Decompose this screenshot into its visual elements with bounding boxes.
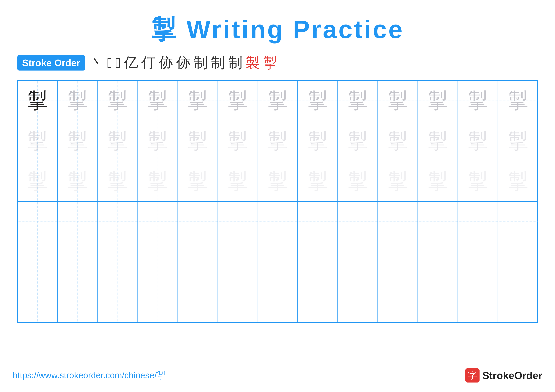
grid-cell[interactable]	[298, 242, 338, 282]
grid-cell[interactable]: 掣	[378, 81, 418, 121]
grid-cell[interactable]	[18, 242, 58, 282]
grid-cell[interactable]: 掣	[418, 161, 458, 201]
grid-cell[interactable]: 掣	[58, 161, 98, 201]
grid-cell[interactable]	[298, 282, 338, 322]
grid-row-4	[18, 202, 537, 242]
stroke-10: 制	[228, 53, 242, 72]
grid-cell[interactable]	[218, 202, 258, 242]
grid-cell[interactable]: 掣	[178, 161, 218, 201]
grid-cell[interactable]: 掣	[298, 161, 338, 201]
grid-cell[interactable]	[418, 242, 458, 282]
logo-icon: 字	[465, 368, 480, 383]
grid-cell[interactable]	[178, 202, 218, 242]
grid-row-1: 掣 掣 掣 掣 掣 掣 掣 掣 掣 掣 掣 掣 掣	[18, 81, 537, 121]
grid-cell[interactable]	[458, 202, 498, 242]
grid-cell[interactable]	[498, 202, 538, 242]
grid-cell[interactable]	[298, 202, 338, 242]
footer: https://www.strokeorder.com/chinese/掣 字 …	[13, 368, 542, 383]
grid-cell[interactable]	[58, 282, 98, 322]
grid-cell[interactable]: 掣	[338, 81, 378, 121]
grid-cell[interactable]: 掣	[178, 81, 218, 121]
grid-cell[interactable]: 掣	[338, 121, 378, 161]
grid-cell[interactable]	[498, 282, 538, 322]
grid-cell[interactable]: 掣	[258, 81, 298, 121]
grid-cell[interactable]	[458, 282, 498, 322]
stroke-12: 掣	[263, 53, 277, 72]
grid-cell[interactable]	[218, 242, 258, 282]
grid-cell[interactable]: 掣	[458, 81, 498, 121]
stroke-order-row: Stroke Order 丶 𠃌 𠃍 亿 仃 㑊 㑊 制 制 制 製 掣	[13, 53, 542, 72]
grid-cell[interactable]	[258, 282, 298, 322]
grid-cell[interactable]	[418, 282, 458, 322]
stroke-1: 丶	[90, 53, 104, 72]
grid-cell[interactable]	[98, 202, 138, 242]
grid-cell[interactable]	[378, 282, 418, 322]
grid-cell[interactable]: 掣	[138, 121, 178, 161]
grid-cell[interactable]: 掣	[18, 81, 58, 121]
grid-cell[interactable]	[338, 242, 378, 282]
grid-cell[interactable]	[18, 202, 58, 242]
grid-cell[interactable]: 掣	[218, 161, 258, 201]
grid-cell[interactable]: 掣	[138, 161, 178, 201]
stroke-order-badge: Stroke Order	[17, 55, 85, 71]
grid-cell[interactable]: 掣	[418, 81, 458, 121]
stroke-6: 㑊	[159, 53, 173, 72]
grid-cell[interactable]: 掣	[18, 121, 58, 161]
grid-cell[interactable]	[258, 202, 298, 242]
stroke-4: 亿	[124, 53, 138, 72]
grid-cell[interactable]	[338, 202, 378, 242]
grid-cell[interactable]: 掣	[378, 121, 418, 161]
grid-cell[interactable]	[138, 242, 178, 282]
grid-cell[interactable]: 掣	[298, 121, 338, 161]
grid-cell[interactable]	[378, 202, 418, 242]
grid-cell[interactable]: 掣	[378, 161, 418, 201]
grid-cell[interactable]	[178, 242, 218, 282]
grid-row-3: 掣 掣 掣 掣 掣 掣 掣 掣 掣 掣 掣 掣 掣	[18, 161, 537, 202]
grid-cell[interactable]: 掣	[58, 81, 98, 121]
grid-cell[interactable]	[418, 202, 458, 242]
grid-cell[interactable]	[258, 242, 298, 282]
grid-cell[interactable]	[138, 282, 178, 322]
grid-cell[interactable]: 掣	[458, 121, 498, 161]
grid-cell[interactable]: 掣	[338, 161, 378, 201]
page: 掣 Writing Practice Stroke Order 丶 𠃌 𠃍 亿 …	[0, 0, 555, 392]
grid-cell[interactable]	[18, 282, 58, 322]
grid-cell[interactable]: 掣	[498, 161, 538, 201]
grid-cell[interactable]: 掣	[418, 121, 458, 161]
grid-cell[interactable]: 掣	[258, 161, 298, 201]
grid-cell[interactable]: 掣	[98, 121, 138, 161]
grid-cell[interactable]: 掣	[258, 121, 298, 161]
grid-cell[interactable]	[58, 202, 98, 242]
stroke-5: 仃	[141, 53, 155, 72]
stroke-sequence: 丶 𠃌 𠃍 亿 仃 㑊 㑊 制 制 制 製 掣	[90, 53, 277, 72]
stroke-9: 制	[211, 53, 225, 72]
grid-cell[interactable]	[218, 282, 258, 322]
grid-cell[interactable]	[378, 242, 418, 282]
grid-row-6	[18, 282, 537, 322]
grid-cell[interactable]: 掣	[458, 161, 498, 201]
grid-cell[interactable]: 掣	[58, 121, 98, 161]
grid-cell[interactable]: 掣	[498, 121, 538, 161]
grid-cell[interactable]: 掣	[138, 81, 178, 121]
grid-cell[interactable]: 掣	[98, 161, 138, 201]
grid-cell[interactable]: 掣	[498, 81, 538, 121]
grid-cell[interactable]	[178, 282, 218, 322]
grid-cell[interactable]	[338, 282, 378, 322]
grid-cell[interactable]	[138, 202, 178, 242]
grid-cell[interactable]	[458, 242, 498, 282]
grid-cell[interactable]: 掣	[18, 161, 58, 201]
grid-cell[interactable]	[498, 242, 538, 282]
grid-cell[interactable]: 掣	[178, 121, 218, 161]
grid-cell[interactable]	[58, 242, 98, 282]
stroke-3: 𠃍	[116, 55, 121, 71]
grid-cell[interactable]	[98, 242, 138, 282]
grid-cell[interactable]: 掣	[218, 81, 258, 121]
grid-cell[interactable]: 掣	[98, 81, 138, 121]
logo-text: StrokeOrder	[482, 370, 542, 381]
grid-row-5	[18, 242, 537, 282]
grid-cell[interactable]: 掣	[298, 81, 338, 121]
grid-cell[interactable]: 掣	[218, 121, 258, 161]
grid-cell[interactable]	[98, 282, 138, 322]
stroke-11: 製	[246, 53, 260, 72]
practice-grid: 掣 掣 掣 掣 掣 掣 掣 掣 掣 掣 掣 掣 掣 掣 掣 掣 掣 掣 掣 掣 …	[17, 80, 538, 323]
